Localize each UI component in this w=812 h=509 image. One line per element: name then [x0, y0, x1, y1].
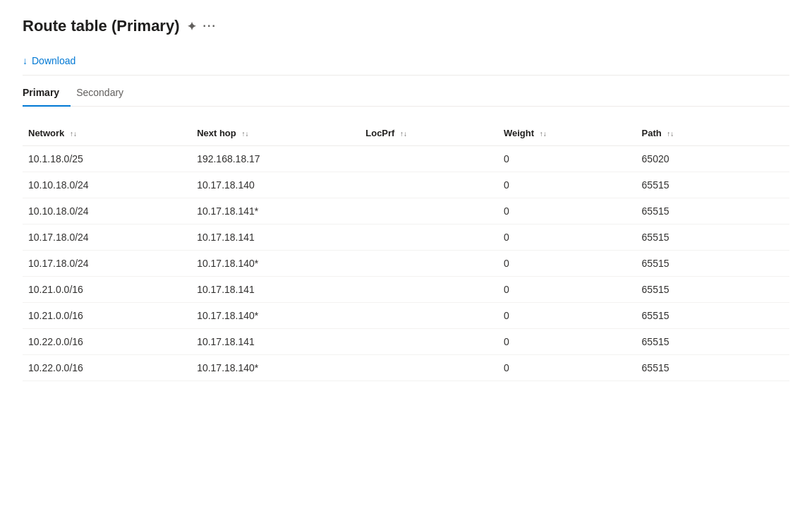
table-row: 10.10.18.0/2410.17.18.140065515	[23, 172, 789, 198]
tab-secondary[interactable]: Secondary	[76, 81, 135, 107]
cell-network: 10.10.18.0/24	[23, 198, 191, 224]
table-header-row: Network ↑↓ Next hop ↑↓ LocPrf ↑↓ Weight …	[23, 121, 789, 146]
table-row: 10.17.18.0/2410.17.18.140*065515	[23, 251, 789, 277]
table-row: 10.21.0.0/1610.17.18.141065515	[23, 277, 789, 303]
cell-path: 65020	[636, 146, 789, 172]
cell-locprf	[360, 277, 498, 303]
cell-nexthop: 10.17.18.140*	[191, 251, 360, 277]
cell-weight: 0	[498, 146, 636, 172]
sort-icon-locprf: ↑↓	[400, 130, 407, 138]
cell-nexthop: 10.17.18.141*	[191, 198, 360, 224]
tabs-container: Primary Secondary	[23, 81, 789, 107]
cell-network: 10.17.18.0/24	[23, 224, 191, 251]
cell-network: 10.22.0.0/16	[23, 355, 191, 381]
sort-icon-path: ↑↓	[667, 130, 674, 138]
cell-network: 10.22.0.0/16	[23, 329, 191, 355]
table-row: 10.10.18.0/2410.17.18.141*065515	[23, 198, 789, 224]
cell-path: 65515	[636, 198, 789, 224]
route-table: Network ↑↓ Next hop ↑↓ LocPrf ↑↓ Weight …	[23, 121, 789, 381]
page-title: Route table (Primary)	[23, 17, 180, 35]
cell-path: 65515	[636, 251, 789, 277]
download-label: Download	[32, 55, 75, 66]
table-row: 10.1.18.0/25192.168.18.17065020	[23, 146, 789, 172]
cell-weight: 0	[498, 224, 636, 251]
cell-weight: 0	[498, 277, 636, 303]
table-row: 10.22.0.0/1610.17.18.140*065515	[23, 355, 789, 381]
cell-locprf	[360, 251, 498, 277]
sort-icon-nexthop: ↑↓	[241, 130, 248, 138]
download-button[interactable]: ↓ Download	[23, 52, 75, 69]
cell-path: 65515	[636, 329, 789, 355]
cell-locprf	[360, 303, 498, 329]
cell-locprf	[360, 146, 498, 172]
cell-path: 65515	[636, 172, 789, 198]
cell-nexthop: 192.168.18.17	[191, 146, 360, 172]
table-row: 10.21.0.0/1610.17.18.140*065515	[23, 303, 789, 329]
cell-network: 10.17.18.0/24	[23, 251, 191, 277]
cell-path: 65515	[636, 277, 789, 303]
cell-network: 10.21.0.0/16	[23, 303, 191, 329]
sort-icon-network: ↑↓	[70, 130, 77, 138]
page-title-container: Route table (Primary) ✦ ···	[23, 17, 789, 35]
cell-locprf	[360, 329, 498, 355]
cell-nexthop: 10.17.18.140*	[191, 303, 360, 329]
cell-network: 10.1.18.0/25	[23, 146, 191, 172]
cell-nexthop: 10.17.18.141	[191, 329, 360, 355]
cell-nexthop: 10.17.18.140	[191, 172, 360, 198]
col-header-locprf[interactable]: LocPrf ↑↓	[360, 121, 498, 146]
cell-locprf	[360, 224, 498, 251]
cell-locprf	[360, 355, 498, 381]
tab-primary[interactable]: Primary	[23, 81, 71, 107]
table-row: 10.22.0.0/1610.17.18.141065515	[23, 329, 789, 355]
col-header-network[interactable]: Network ↑↓	[23, 121, 191, 146]
cell-locprf	[360, 172, 498, 198]
more-options-icon[interactable]: ···	[203, 20, 217, 32]
cell-path: 65515	[636, 224, 789, 251]
table-row: 10.17.18.0/2410.17.18.141065515	[23, 224, 789, 251]
download-icon: ↓	[23, 55, 28, 66]
cell-weight: 0	[498, 198, 636, 224]
col-header-path[interactable]: Path ↑↓	[636, 121, 789, 146]
cell-nexthop: 10.17.18.141	[191, 277, 360, 303]
col-header-nexthop[interactable]: Next hop ↑↓	[191, 121, 360, 146]
cell-nexthop: 10.17.18.141	[191, 224, 360, 251]
cell-network: 10.21.0.0/16	[23, 277, 191, 303]
cell-weight: 0	[498, 355, 636, 381]
cell-weight: 0	[498, 329, 636, 355]
cell-weight: 0	[498, 251, 636, 277]
cell-weight: 0	[498, 303, 636, 329]
cell-locprf	[360, 198, 498, 224]
cell-nexthop: 10.17.18.140*	[191, 355, 360, 381]
toolbar: ↓ Download	[23, 52, 789, 76]
sort-icon-weight: ↑↓	[540, 130, 547, 138]
cell-network: 10.10.18.0/24	[23, 172, 191, 198]
col-header-weight[interactable]: Weight ↑↓	[498, 121, 636, 146]
pin-icon[interactable]: ✦	[187, 20, 196, 33]
cell-path: 65515	[636, 355, 789, 381]
cell-weight: 0	[498, 172, 636, 198]
cell-path: 65515	[636, 303, 789, 329]
